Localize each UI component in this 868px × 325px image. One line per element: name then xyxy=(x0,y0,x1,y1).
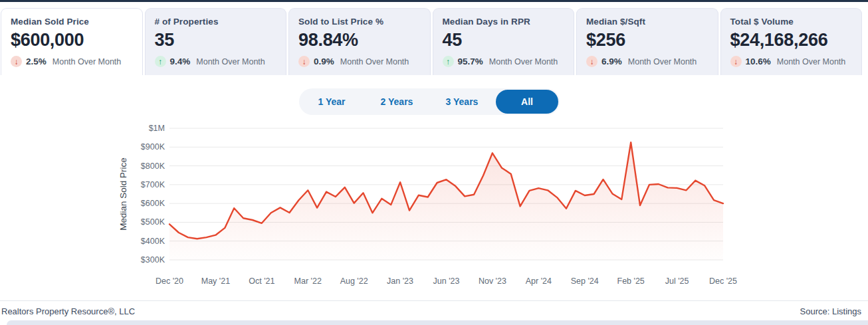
kpi-delta-percent: 0.9% xyxy=(314,56,334,66)
x-tick-label: Mar '22 xyxy=(294,276,322,286)
tab-1-year[interactable]: 1 Year xyxy=(300,90,363,114)
x-tick-label: Nov '23 xyxy=(479,276,506,286)
y-axis-title: Median Sold Price xyxy=(118,158,128,231)
kpi-delta-percent: 2.5% xyxy=(26,56,47,66)
kpi-card-value: $600,000 xyxy=(11,30,142,51)
kpi-card-median-days-in-rpr[interactable]: Median Days in RPR 45 ↑ 95.7% Month Over… xyxy=(433,8,575,75)
top-accent-strip xyxy=(0,0,868,2)
kpi-card-delta: ↓ 10.6% Month Over Month xyxy=(730,56,862,67)
tab-3-years[interactable]: 3 Years xyxy=(431,90,493,114)
footer: Realtors Property Resource®, LLC Source:… xyxy=(0,300,868,321)
y-tick-label: $500K xyxy=(141,217,165,227)
x-tick-label: Jan '23 xyxy=(387,276,413,286)
kpi-delta-period: Month Over Month xyxy=(489,57,558,66)
kpi-card-total-volume[interactable]: Total $ Volume $24,168,266 ↓ 10.6% Month… xyxy=(720,8,863,75)
x-tick-label: Apr '24 xyxy=(526,276,552,286)
chart-canvas: $1M$900K$800K$700K$600K$500K$400K$300KDe… xyxy=(0,123,868,289)
kpi-card-delta: ↑ 95.7% Month Over Month xyxy=(443,56,574,67)
kpi-card-median-sqft[interactable]: Median $/Sqft $256 ↓ 6.9% Month Over Mon… xyxy=(576,8,718,75)
kpi-delta-period: Month Over Month xyxy=(53,57,122,66)
arrow-down-icon: ↓ xyxy=(11,56,22,67)
arrow-up-icon: ↑ xyxy=(443,56,454,67)
kpi-card-value: $256 xyxy=(586,30,718,51)
tab-2-years[interactable]: 2 Years xyxy=(366,90,428,114)
next-section-edge xyxy=(7,320,868,325)
y-tick-label: $400K xyxy=(141,237,165,246)
kpi-card-title: Median $/Sqft xyxy=(586,17,718,27)
kpi-card-median-sold-price[interactable]: Median Sold Price $600,000 ↓ 2.5% Month … xyxy=(1,8,143,75)
arrow-down-icon: ↓ xyxy=(586,56,597,67)
x-tick-label: Sep '24 xyxy=(571,276,599,286)
y-tick-label: $1M xyxy=(149,124,165,133)
kpi-card-row: Median Sold Price $600,000 ↓ 2.5% Month … xyxy=(1,8,862,75)
x-tick-label: Jul '25 xyxy=(665,276,689,286)
rpr-market-trends-dashboard: Median Sold Price $600,000 ↓ 2.5% Month … xyxy=(0,0,868,325)
kpi-card-delta: ↓ 0.9% Month Over Month xyxy=(298,56,430,67)
kpi-delta-percent: 10.6% xyxy=(746,56,771,66)
kpi-delta-period: Month Over Month xyxy=(340,57,409,66)
kpi-card-delta: ↓ 6.9% Month Over Month xyxy=(586,56,718,67)
x-tick-label: Feb '25 xyxy=(617,276,645,286)
x-tick-label: Oct '21 xyxy=(249,276,274,286)
kpi-card-title: # of Properties xyxy=(155,17,286,27)
kpi-delta-period: Month Over Month xyxy=(777,57,846,66)
kpi-delta-percent: 9.4% xyxy=(170,56,191,66)
kpi-delta-percent: 95.7% xyxy=(458,56,483,66)
x-tick-label: Aug '22 xyxy=(340,276,368,286)
tab-all[interactable]: All xyxy=(496,90,558,114)
x-tick-label: May '21 xyxy=(201,276,230,286)
footer-attribution: Realtors Property Resource®, LLC xyxy=(1,306,135,316)
kpi-card-value: 45 xyxy=(443,30,574,51)
kpi-card-value: 98.84% xyxy=(298,30,430,51)
y-tick-label: $700K xyxy=(141,180,165,189)
x-tick-label: Dec '25 xyxy=(709,276,737,286)
kpi-card-value: $24,168,266 xyxy=(730,30,862,51)
median-sold-price-chart: $1M$900K$800K$700K$600K$500K$400K$300KDe… xyxy=(0,123,868,289)
kpi-card-title: Sold to List Price % xyxy=(298,17,430,27)
y-tick-label: $600K xyxy=(141,199,165,208)
y-tick-label: $300K xyxy=(141,255,165,265)
kpi-card-delta: ↓ 2.5% Month Over Month xyxy=(11,56,142,67)
kpi-card-value: 35 xyxy=(155,30,286,51)
footer-source: Source: Listings xyxy=(800,306,862,316)
arrow-up-icon: ↑ xyxy=(155,56,166,67)
arrow-down-icon: ↓ xyxy=(298,56,310,67)
kpi-delta-percent: 6.9% xyxy=(601,56,622,66)
kpi-card-of-properties[interactable]: # of Properties 35 ↑ 9.4% Month Over Mon… xyxy=(145,8,287,75)
x-tick-label: Dec '20 xyxy=(156,276,183,286)
kpi-card-title: Median Sold Price xyxy=(11,17,142,27)
kpi-card-title: Total $ Volume xyxy=(730,17,862,27)
y-tick-label: $900K xyxy=(141,142,165,152)
arrow-down-icon: ↓ xyxy=(730,56,742,67)
kpi-card-delta: ↑ 9.4% Month Over Month xyxy=(155,56,286,67)
kpi-delta-period: Month Over Month xyxy=(196,57,265,66)
kpi-delta-period: Month Over Month xyxy=(628,57,697,66)
kpi-card-title: Median Days in RPR xyxy=(443,17,574,27)
y-tick-label: $800K xyxy=(141,162,165,171)
kpi-card-sold-to-list-price[interactable]: Sold to List Price % 98.84% ↓ 0.9% Month… xyxy=(288,8,431,75)
time-range-tab-group: 1 Year2 Years3 YearsAll xyxy=(299,88,560,115)
x-tick-label: Jun '23 xyxy=(433,276,460,286)
